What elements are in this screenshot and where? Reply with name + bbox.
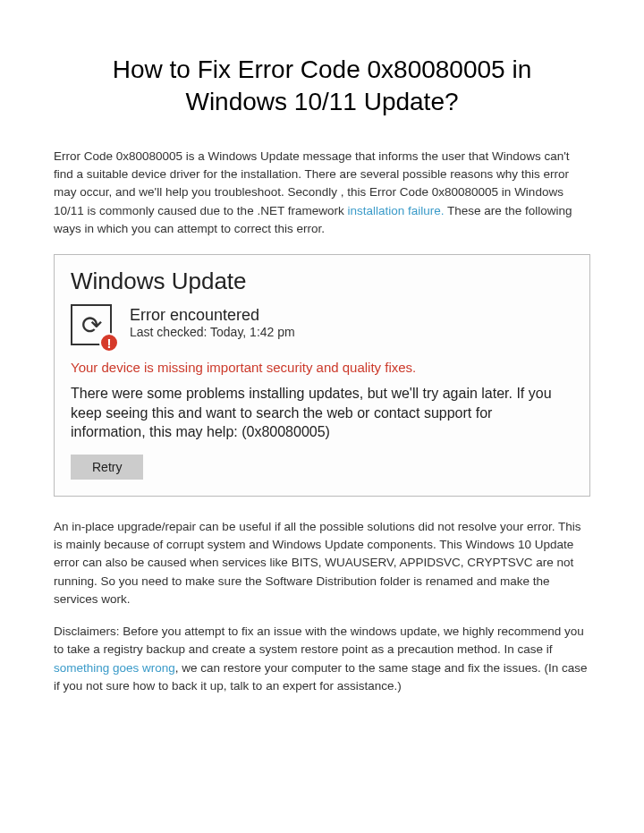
- status-text-group: Error encountered Last checked: Today, 1…: [130, 304, 295, 339]
- something-goes-wrong-link[interactable]: something goes wrong: [54, 661, 175, 675]
- paragraph-2: An in-place upgrade/repair can be useful…: [54, 518, 590, 608]
- status-row: ⟳ ! Error encountered Last checked: Toda…: [71, 304, 573, 351]
- disclaimer-paragraph: Disclaimers: Before you attempt to fix a…: [54, 623, 590, 695]
- installation-failure-link[interactable]: installation failure.: [347, 204, 444, 217]
- update-icon-wrap: ⟳ !: [71, 304, 117, 351]
- last-checked-label: Last checked: Today, 1:42 pm: [130, 325, 295, 339]
- windows-update-heading: Windows Update: [71, 268, 573, 295]
- disclaimer-text-1: Disclaimers: Before you attempt to fix a…: [54, 625, 584, 656]
- windows-update-panel: Windows Update ⟳ ! Error encountered Las…: [54, 254, 590, 497]
- intro-paragraph: Error Code 0x80080005 is a Windows Updat…: [54, 148, 590, 238]
- page-title: How to Fix Error Code 0x80080005 in Wind…: [54, 54, 590, 119]
- error-encountered-label: Error encountered: [130, 306, 295, 325]
- retry-button[interactable]: Retry: [71, 455, 143, 480]
- security-warning-text: Your device is missing important securit…: [71, 360, 573, 375]
- error-badge-icon: !: [99, 333, 119, 353]
- error-body-text: There were some problems installing upda…: [71, 384, 554, 442]
